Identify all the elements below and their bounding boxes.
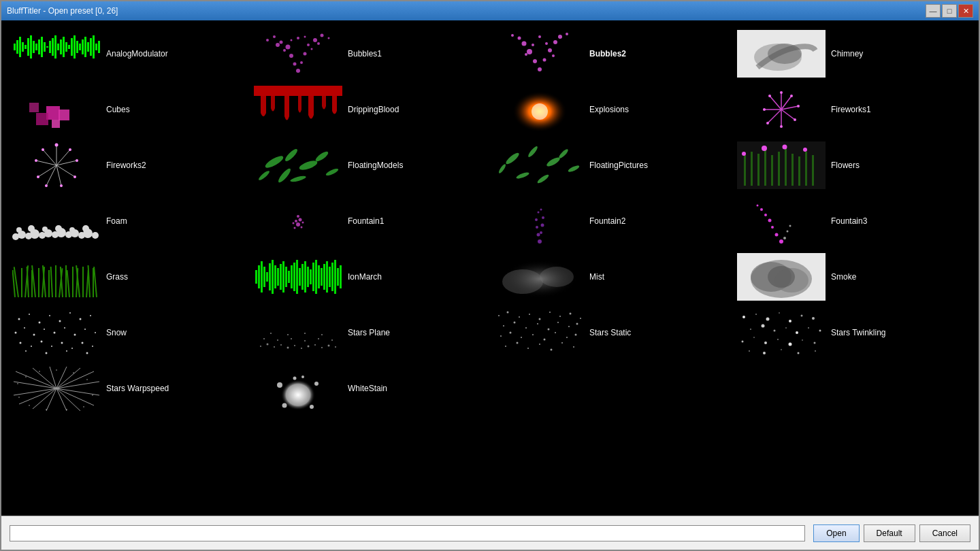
thumbnail-floatingpictures: [495, 141, 584, 189]
svg-point-292: [44, 329, 45, 330]
list-item[interactable]: Grass: [7, 249, 248, 305]
svg-point-62: [518, 37, 521, 40]
list-item[interactable]: Fountain2: [490, 193, 732, 249]
thumbnail-smoke: [737, 253, 826, 301]
svg-rect-147: [744, 155, 746, 186]
list-item[interactable]: Fireworks2: [7, 137, 248, 193]
svg-point-416: [83, 406, 84, 407]
svg-point-297: [95, 332, 96, 333]
svg-rect-6: [27, 38, 29, 56]
list-item[interactable]: Fountain1: [248, 193, 490, 249]
list-item[interactable]: DrippingBlood: [248, 82, 490, 137]
item-label-foam: Foam: [106, 216, 127, 226]
list-item[interactable]: Mist: [490, 249, 732, 305]
thumbnail-mist: [495, 253, 584, 301]
list-item[interactable]: Foam: [7, 193, 248, 249]
item-label-ionmarch: IonMarch: [348, 272, 382, 282]
item-label-fireworks1: Fireworks1: [831, 105, 871, 114]
svg-point-420: [18, 397, 20, 398]
svg-point-353: [521, 337, 522, 338]
svg-point-424: [277, 382, 282, 388]
svg-point-179: [55, 225, 62, 232]
thumbnail-ionmarch: [254, 253, 342, 301]
list-item[interactable]: Smoke: [732, 249, 973, 305]
svg-point-381: [742, 341, 744, 343]
list-item[interactable]: Snow: [7, 305, 248, 361]
list-item[interactable]: IonMarch: [248, 249, 490, 305]
svg-rect-156: [805, 152, 807, 186]
list-item[interactable]: Cubes: [7, 82, 248, 137]
list-item[interactable]: Bubbles2: [490, 26, 732, 82]
svg-rect-255: [299, 268, 301, 286]
svg-point-39: [286, 45, 291, 50]
svg-rect-260: [312, 263, 314, 291]
svg-rect-233: [82, 267, 84, 297]
maximize-button[interactable]: □: [942, 4, 957, 18]
cancel-button[interactable]: Cancel: [919, 524, 970, 542]
svg-point-288: [90, 315, 91, 316]
svg-rect-22: [71, 38, 73, 56]
list-item[interactable]: Fireworks1: [732, 82, 973, 137]
list-item[interactable]: AnalogModulator: [7, 26, 248, 82]
content-area[interactable]: AnalogModulator: [1, 20, 979, 516]
list-item[interactable]: WhiteStain: [248, 361, 490, 416]
thumbnail-bubbles2: [495, 30, 584, 78]
svg-point-185: [299, 218, 302, 222]
svg-point-47: [311, 48, 313, 50]
svg-point-106: [766, 122, 769, 124]
list-item[interactable]: Stars Plane: [248, 305, 490, 361]
svg-point-202: [779, 239, 783, 244]
item-label-floatingmodels: FloatingModels: [348, 161, 403, 170]
svg-point-362: [539, 344, 540, 345]
svg-point-350: [576, 323, 578, 325]
thumbnail-fountain2: [495, 197, 584, 245]
item-label-explosions: Explosions: [589, 105, 629, 114]
svg-point-346: [537, 323, 538, 324]
svg-point-104: [794, 118, 796, 121]
svg-rect-16: [54, 35, 56, 59]
svg-rect-154: [791, 154, 794, 186]
svg-point-40: [307, 44, 310, 46]
svg-point-205: [768, 219, 772, 222]
svg-point-91: [532, 103, 548, 120]
svg-point-347: [548, 329, 550, 331]
svg-point-273: [502, 269, 543, 294]
list-item[interactable]: Explosions: [490, 82, 732, 137]
list-item[interactable]: FloatingModels: [248, 137, 490, 193]
svg-point-175: [92, 232, 99, 239]
svg-point-286: [69, 312, 71, 314]
svg-point-46: [283, 49, 286, 52]
svg-rect-240: [258, 265, 260, 288]
list-item[interactable]: Stars Twinkling: [732, 305, 973, 361]
item-label-analogmodulator: AnalogModulator: [106, 49, 168, 59]
default-button[interactable]: Default: [864, 524, 915, 542]
item-label-fountain1: Fountain1: [348, 216, 384, 226]
list-item[interactable]: Chimney: [732, 26, 973, 82]
list-item[interactable]: Bubbles1: [248, 26, 490, 82]
item-label-starsplane: Stars Plane: [348, 328, 390, 337]
list-item[interactable]: Flowers: [732, 137, 973, 193]
item-label-bubbles1: Bubbles1: [348, 49, 382, 59]
filename-input[interactable]: [10, 525, 805, 541]
minimize-button[interactable]: —: [926, 4, 941, 18]
svg-point-308: [66, 350, 67, 352]
list-item[interactable]: FloatingPictures: [490, 137, 732, 193]
list-item[interactable]: Fountain3: [732, 193, 973, 249]
svg-point-307: [46, 352, 48, 354]
svg-rect-261: [315, 260, 317, 294]
list-item[interactable]: Stars Warpspeed: [7, 361, 248, 416]
open-button[interactable]: Open: [813, 524, 859, 542]
svg-point-50: [276, 43, 280, 47]
close-button[interactable]: ✕: [958, 4, 973, 18]
svg-point-122: [74, 176, 76, 178]
item-label-fountain3: Fountain3: [831, 216, 867, 226]
thumbnail-drippingblood: [254, 86, 342, 133]
svg-point-385: [789, 343, 792, 346]
list-item[interactable]: Stars Static: [490, 305, 732, 361]
svg-point-332: [321, 334, 323, 335]
svg-point-176: [16, 227, 22, 233]
svg-point-187: [294, 227, 296, 229]
svg-point-368: [755, 314, 757, 315]
svg-point-105: [780, 125, 783, 128]
svg-rect-243: [266, 272, 268, 282]
